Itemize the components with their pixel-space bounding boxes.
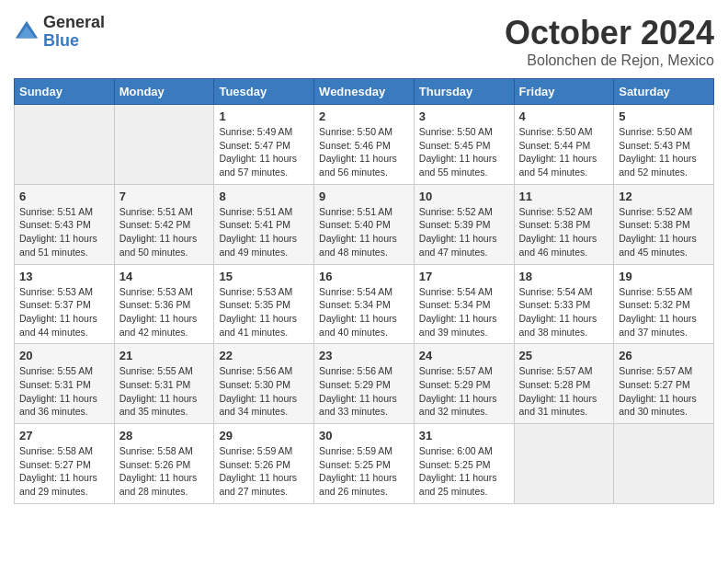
day-number: 9 [319,190,409,203]
cell-info: Sunrise: 5:54 AMSunset: 5:33 PMDaylight:… [519,285,609,339]
cell-info: Sunrise: 5:52 AMSunset: 5:38 PMDaylight:… [619,205,709,259]
day-of-week-header: Thursday [414,79,514,105]
calendar-cell: 1Sunrise: 5:49 AMSunset: 5:47 PMDaylight… [214,105,314,185]
cell-info: Sunrise: 5:53 AMSunset: 5:36 PMDaylight:… [119,285,210,339]
calendar-cell: 10Sunrise: 5:52 AMSunset: 5:39 PMDayligh… [414,184,514,264]
calendar-cell: 24Sunrise: 5:57 AMSunset: 5:29 PMDayligh… [414,344,514,424]
cell-info: Sunrise: 5:53 AMSunset: 5:35 PMDaylight:… [219,285,309,339]
header-row: SundayMondayTuesdayWednesdayThursdayFrid… [15,79,714,105]
calendar-cell: 31Sunrise: 6:00 AMSunset: 5:25 PMDayligh… [414,424,514,504]
calendar-cell: 20Sunrise: 5:55 AMSunset: 5:31 PMDayligh… [15,344,115,424]
calendar-body: 1Sunrise: 5:49 AMSunset: 5:47 PMDaylight… [15,105,714,504]
cell-info: Sunrise: 5:51 AMSunset: 5:43 PMDaylight:… [19,205,109,259]
calendar-cell: 14Sunrise: 5:53 AMSunset: 5:36 PMDayligh… [114,264,214,344]
calendar-cell: 8Sunrise: 5:51 AMSunset: 5:41 PMDaylight… [214,184,314,264]
day-number: 16 [319,270,409,283]
calendar-cell: 23Sunrise: 5:56 AMSunset: 5:29 PMDayligh… [314,344,415,424]
cell-info: Sunrise: 5:52 AMSunset: 5:39 PMDaylight:… [419,205,509,259]
cell-info: Sunrise: 5:51 AMSunset: 5:42 PMDaylight:… [119,205,210,259]
calendar-cell: 26Sunrise: 5:57 AMSunset: 5:27 PMDayligh… [614,344,714,424]
calendar-week-row: 13Sunrise: 5:53 AMSunset: 5:37 PMDayligh… [15,264,714,344]
calendar-cell: 3Sunrise: 5:50 AMSunset: 5:45 PMDaylight… [414,105,514,185]
day-number: 18 [519,270,609,283]
calendar-cell: 11Sunrise: 5:52 AMSunset: 5:38 PMDayligh… [514,184,614,264]
cell-info: Sunrise: 5:59 AMSunset: 5:25 PMDaylight:… [319,444,409,499]
calendar-cell: 6Sunrise: 5:51 AMSunset: 5:43 PMDaylight… [15,184,115,264]
cell-info: Sunrise: 5:57 AMSunset: 5:27 PMDaylight:… [619,364,709,419]
day-of-week-header: Wednesday [314,79,415,105]
day-number: 31 [419,429,509,442]
calendar-cell: 4Sunrise: 5:50 AMSunset: 5:44 PMDaylight… [514,105,614,185]
day-of-week-header: Monday [114,79,214,105]
day-number: 22 [219,349,309,362]
day-number: 23 [319,349,409,362]
cell-info: Sunrise: 5:55 AMSunset: 5:31 PMDaylight:… [19,364,109,419]
calendar-cell [114,105,214,185]
calendar-cell: 25Sunrise: 5:57 AMSunset: 5:28 PMDayligh… [514,344,614,424]
cell-info: Sunrise: 5:51 AMSunset: 5:40 PMDaylight:… [319,205,409,259]
day-of-week-header: Saturday [614,79,714,105]
day-of-week-header: Tuesday [214,79,314,105]
calendar-week-row: 27Sunrise: 5:58 AMSunset: 5:27 PMDayligh… [15,424,714,504]
calendar-cell: 2Sunrise: 5:50 AMSunset: 5:46 PMDaylight… [314,105,415,185]
cell-info: Sunrise: 6:00 AMSunset: 5:25 PMDaylight:… [419,444,509,499]
cell-info: Sunrise: 5:53 AMSunset: 5:37 PMDaylight:… [19,285,109,339]
logo-blue-text: Blue [43,32,105,51]
day-number: 4 [519,109,609,123]
calendar-cell [15,105,115,185]
day-number: 30 [319,429,409,442]
calendar-cell: 16Sunrise: 5:54 AMSunset: 5:34 PMDayligh… [314,264,415,344]
cell-info: Sunrise: 5:50 AMSunset: 5:45 PMDaylight:… [419,125,509,179]
title-block: October 2024 Bolonchen de Rejon, Mexico [505,14,714,69]
calendar-table: SundayMondayTuesdayWednesdayThursdayFrid… [14,78,714,504]
calendar-cell: 17Sunrise: 5:54 AMSunset: 5:34 PMDayligh… [414,264,514,344]
location-text: Bolonchen de Rejon, Mexico [505,52,714,69]
cell-info: Sunrise: 5:51 AMSunset: 5:41 PMDaylight:… [219,205,309,259]
day-number: 11 [519,190,609,203]
logo-icon [14,19,40,45]
day-number: 24 [419,349,509,362]
calendar-cell: 29Sunrise: 5:59 AMSunset: 5:26 PMDayligh… [214,424,314,504]
cell-info: Sunrise: 5:54 AMSunset: 5:34 PMDaylight:… [419,285,509,339]
calendar-cell: 18Sunrise: 5:54 AMSunset: 5:33 PMDayligh… [514,264,614,344]
day-number: 29 [219,429,309,442]
calendar-week-row: 1Sunrise: 5:49 AMSunset: 5:47 PMDaylight… [15,105,714,185]
day-number: 1 [219,109,309,123]
cell-info: Sunrise: 5:50 AMSunset: 5:44 PMDaylight:… [519,125,609,179]
month-title: October 2024 [505,14,714,52]
cell-info: Sunrise: 5:56 AMSunset: 5:29 PMDaylight:… [319,364,409,419]
cell-info: Sunrise: 5:50 AMSunset: 5:43 PMDaylight:… [619,125,709,179]
cell-info: Sunrise: 5:50 AMSunset: 5:46 PMDaylight:… [319,125,409,179]
cell-info: Sunrise: 5:58 AMSunset: 5:27 PMDaylight:… [19,444,109,499]
cell-info: Sunrise: 5:57 AMSunset: 5:28 PMDaylight:… [519,364,609,419]
cell-info: Sunrise: 5:54 AMSunset: 5:34 PMDaylight:… [319,285,409,339]
page-header: General Blue October 2024 Bolonchen de R… [14,14,714,69]
day-of-week-header: Sunday [15,79,115,105]
day-number: 25 [519,349,609,362]
calendar-cell: 27Sunrise: 5:58 AMSunset: 5:27 PMDayligh… [15,424,115,504]
day-number: 8 [219,190,309,203]
logo-general-text: General [43,14,105,32]
calendar-cell: 5Sunrise: 5:50 AMSunset: 5:43 PMDaylight… [614,105,714,185]
cell-info: Sunrise: 5:55 AMSunset: 5:32 PMDaylight:… [619,285,709,339]
day-number: 6 [19,190,109,203]
calendar-cell: 22Sunrise: 5:56 AMSunset: 5:30 PMDayligh… [214,344,314,424]
cell-info: Sunrise: 5:55 AMSunset: 5:31 PMDaylight:… [119,364,210,419]
day-number: 2 [319,109,409,123]
day-number: 20 [19,349,109,362]
cell-info: Sunrise: 5:49 AMSunset: 5:47 PMDaylight:… [219,125,309,179]
calendar-week-row: 6Sunrise: 5:51 AMSunset: 5:43 PMDaylight… [15,184,714,264]
day-number: 5 [619,109,709,123]
day-of-week-header: Friday [514,79,614,105]
calendar-header: SundayMondayTuesdayWednesdayThursdayFrid… [15,79,714,105]
calendar-cell: 21Sunrise: 5:55 AMSunset: 5:31 PMDayligh… [114,344,214,424]
day-number: 14 [119,270,210,283]
day-number: 27 [19,429,109,442]
day-number: 15 [219,270,309,283]
day-number: 19 [619,270,709,283]
cell-info: Sunrise: 5:57 AMSunset: 5:29 PMDaylight:… [419,364,509,419]
calendar-cell: 7Sunrise: 5:51 AMSunset: 5:42 PMDaylight… [114,184,214,264]
day-number: 17 [419,270,509,283]
cell-info: Sunrise: 5:56 AMSunset: 5:30 PMDaylight:… [219,364,309,419]
calendar-cell: 28Sunrise: 5:58 AMSunset: 5:26 PMDayligh… [114,424,214,504]
